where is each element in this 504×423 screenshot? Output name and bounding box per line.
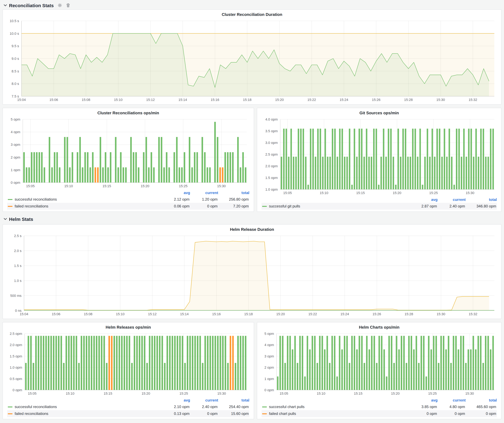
svg-text:15:26: 15:26 [372,98,380,102]
chart-canvas: 7.5 s8.0 s8.5 s9.0 s9.5 s10.0 s10.5 s15:… [6,18,498,103]
legend-col-current[interactable]: current [438,198,466,202]
chart-git-sources-opm[interactable]: 1.0 opm1.5 opm2.0 opm2.5 opm3.0 opm3.5 o… [261,117,498,196]
panel-title[interactable]: Helm Charts ops/min [261,324,498,331]
legend-row-successful-reconciliations: successful reconciliations 2.12 opm 1.20… [7,196,249,203]
svg-text:15:10: 15:10 [317,392,325,395]
legend-label[interactable]: failed reconciliations [15,411,162,416]
row-header-helm[interactable]: Helm Stats [2,215,502,223]
legend-row-failed-chart-pulls: failed chart pulls 0 opm 0 opm 0 opm [262,410,497,417]
svg-text:15:22: 15:22 [308,312,317,316]
legend-header: avg current total [7,397,249,403]
legend: avg current total successful chart pulls… [261,397,498,418]
chart-cluster-reconciliations-opm[interactable]: 0 opm1 opm2 opm3 opm4 opm5 opm15:0515:10… [6,117,250,189]
legend-label[interactable]: successful reconciliations [15,197,162,201]
legend-header: avg current total [7,190,249,196]
svg-text:15:12: 15:12 [148,312,157,316]
svg-text:10.5 s: 10.5 s [10,19,19,23]
svg-text:15:15: 15:15 [104,392,112,395]
chart-canvas: 0 opm0.5 opm1.0 opm1.5 opm2.0 opm2.5 opm… [6,331,250,397]
svg-text:15:20: 15:20 [275,98,284,102]
panel-title[interactable]: Helm Releases ops/min [6,324,250,331]
svg-text:15:25: 15:25 [179,184,187,188]
legend-col-avg[interactable]: avg [162,191,190,195]
row-title-helm[interactable]: Helm Stats [9,216,33,222]
svg-text:15:18: 15:18 [243,98,252,102]
legend-avg: 2.10 opm [162,405,190,409]
svg-text:15:05: 15:05 [26,184,35,188]
legend-col-current[interactable]: current [190,398,218,402]
panel-title[interactable]: Helm Release Duration [6,226,498,233]
chart-cluster-reconciliation-duration[interactable]: 7.5 s8.0 s8.5 s9.0 s9.5 s10.0 s10.5 s15:… [6,18,498,103]
panel-git-sources-opm: Git Sources ops/min 1.0 opm1.5 opm2.0 op… [257,108,502,212]
legend-col-total[interactable]: total [218,398,249,402]
legend-col-avg[interactable]: avg [409,198,438,202]
legend-current: 1.20 opm [190,197,217,201]
legend-col-current[interactable]: current [190,191,218,195]
legend-label[interactable]: successful reconciliations [15,405,162,409]
svg-text:15:04: 15:04 [17,98,26,102]
svg-text:15:22: 15:22 [307,98,316,102]
svg-text:1.5 s: 1.5 s [14,264,22,268]
chart-helm-release-duration[interactable]: 0 ns500 ms1.0 s1.5 s2.0 s2.5 s15:0415:06… [6,233,498,317]
chevron-down-icon[interactable] [4,4,7,6]
legend-row-successful-reconciliations: successful reconciliations 2.10 opm 2.40… [7,403,249,410]
gear-icon[interactable] [58,3,62,7]
trash-icon[interactable] [66,3,70,7]
svg-text:3 opm: 3 opm [11,143,20,147]
legend-col-total[interactable]: total [466,198,497,202]
legend-row-failed-reconciliations: failed reconciliations 0.13 opm 0 opm 15… [7,410,249,417]
panel-cluster-reconciliations-opm: Cluster Reconciliations ops/min 0 opm1 o… [2,108,254,212]
legend-label[interactable]: failed reconciliations [15,204,162,208]
svg-text:15:30: 15:30 [217,184,226,188]
legend-col-avg[interactable]: avg [162,398,190,402]
legend-header: avg current total [262,197,497,203]
dashboard: Reconciliation Stats Cluster Reconciliat… [0,0,504,423]
chart-helm-releases-opm[interactable]: 0 opm0.5 opm1.0 opm1.5 opm2.0 opm2.5 opm… [6,331,250,397]
legend-col-current[interactable]: current [438,398,466,402]
series-swatch [8,206,12,207]
svg-text:0.5 opm: 0.5 opm [10,377,22,381]
chart-canvas: 0 opm1 opm2 opm3 opm4 opm5 opm15:0515:10… [261,331,498,397]
svg-text:4 opm: 4 opm [264,343,274,347]
svg-text:15:16: 15:16 [211,98,219,102]
series-swatch [8,406,12,407]
legend-label[interactable]: failed chart pulls [269,411,409,416]
svg-text:2 opm: 2 opm [11,155,20,159]
legend-col-total[interactable]: total [218,191,249,195]
svg-text:2.5 opm: 2.5 opm [265,153,278,156]
svg-text:1 opm: 1 opm [11,168,20,172]
legend-label[interactable]: successful chart pulls [269,405,409,409]
legend-current: 2.40 opm [190,405,217,409]
svg-text:15:25: 15:25 [429,191,438,195]
legend-col-total[interactable]: total [466,398,497,402]
chart-helm-charts-opm[interactable]: 0 opm1 opm2 opm3 opm4 opm5 opm15:0515:10… [261,331,498,397]
row-header-reconciliation[interactable]: Reconciliation Stats [2,1,502,9]
svg-text:5 opm: 5 opm [11,118,20,121]
svg-text:1 opm: 1 opm [264,377,274,381]
legend: avg current total successful reconciliat… [6,397,250,418]
panel-title[interactable]: Cluster Reconciliations ops/min [6,109,250,117]
svg-text:15:04: 15:04 [20,312,28,316]
legend-label[interactable]: successful git pulls [269,204,409,208]
legend-col-avg[interactable]: avg [409,398,438,402]
panel-title[interactable]: Cluster Reconciliation Duration [6,11,498,18]
legend-current: 4.80 opm [437,405,465,409]
series-swatch [8,199,12,200]
svg-text:1.0 opm: 1.0 opm [265,188,278,191]
row-title-reconciliation[interactable]: Reconciliation Stats [9,3,54,8]
series-swatch [262,406,267,407]
svg-text:0 opm: 0 opm [264,388,274,392]
svg-text:15:15: 15:15 [102,184,111,188]
svg-text:15:28: 15:28 [404,98,413,102]
svg-text:15:10: 15:10 [64,184,73,188]
legend-row-successful-chart-pulls: successful chart pulls 3.85 opm 4.80 opm… [262,403,497,410]
legend-avg: 0.06 opm [162,204,190,208]
svg-text:15:32: 15:32 [469,98,477,102]
svg-text:15:32: 15:32 [469,312,477,316]
svg-text:4.0 opm: 4.0 opm [265,118,278,121]
panel-title[interactable]: Git Sources ops/min [261,109,498,117]
legend-current: 0 opm [437,411,465,416]
svg-text:15:06: 15:06 [49,98,58,102]
svg-text:15:28: 15:28 [405,312,413,316]
chevron-down-icon[interactable] [4,218,7,220]
